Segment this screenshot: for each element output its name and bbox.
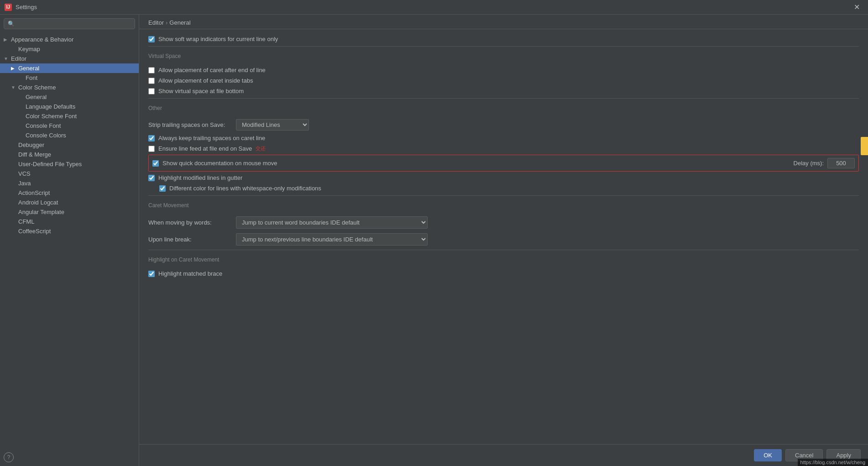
- divider-highlight-caret: [148, 250, 859, 250]
- sidebar-item-keymap[interactable]: Keymap: [0, 44, 139, 54]
- sidebar-item-label: Editor: [11, 55, 26, 62]
- upon-line-break-dropdown[interactable]: Jump to next/previous line boundaries ID…: [236, 233, 428, 246]
- sidebar-item-cs-font[interactable]: Color Scheme Font: [0, 111, 139, 121]
- sidebar-item-label: Color Scheme: [18, 84, 56, 91]
- sidebar-item-label: ActionScript: [18, 189, 50, 196]
- upon-line-break-label: Upon line break:: [148, 236, 230, 243]
- caret-inside-tabs-checkbox[interactable]: [148, 78, 155, 84]
- sidebar-item-label: General: [26, 94, 47, 100]
- when-moving-dropdown[interactable]: Jump to current word boundaries IDE defa…: [236, 216, 428, 229]
- window-title: Settings: [16, 4, 37, 10]
- highlight-matched-brace-row: Highlight matched brace: [148, 268, 859, 279]
- different-color-checkbox[interactable]: [159, 185, 166, 192]
- ensure-linefeed-annotation: 交还: [256, 145, 266, 152]
- sidebar-item-language-defaults[interactable]: Language Defaults: [0, 102, 139, 111]
- caret-after-eol-label: Allow placement of caret after end of li…: [158, 67, 266, 73]
- arrow-icon: ▼: [11, 85, 18, 90]
- sidebar-item-label: Language Defaults: [26, 103, 75, 110]
- quick-doc-checkbox[interactable]: [152, 160, 159, 167]
- breadcrumb-separator: ›: [166, 19, 167, 26]
- sidebar-tree: ▶ Appearance & Behavior Keymap ▼ Editor …: [0, 33, 139, 449]
- highlight-modified-row: Highlight modified lines in gutter: [148, 173, 859, 183]
- different-color-row: Different color for lines with whitespac…: [148, 183, 859, 194]
- sidebar-item-vcs[interactable]: VCS: [0, 169, 139, 178]
- always-keep-checkbox[interactable]: [148, 135, 155, 141]
- sidebar-item-console-colors[interactable]: Console Colors: [0, 131, 139, 140]
- sidebar-item-general[interactable]: ▶ General: [0, 63, 139, 73]
- quick-doc-label: Show quick documentation on mouse move: [162, 160, 277, 167]
- ok-button[interactable]: OK: [754, 449, 782, 461]
- sidebar-item-actionscript[interactable]: ActionScript: [0, 188, 139, 198]
- highlight-caret-section-title: Highlight on Caret Movement: [148, 257, 859, 265]
- sidebar-item-cs-general[interactable]: General: [0, 92, 139, 102]
- sidebar-item-label: Color Scheme Font: [26, 113, 77, 120]
- sidebar: ▶ Appearance & Behavior Keymap ▼ Editor …: [0, 15, 139, 466]
- caret-after-eol-checkbox[interactable]: [148, 67, 155, 73]
- soft-wrap-label: Show soft wrap indicators for current li…: [158, 36, 278, 42]
- sidebar-item-coffeescript[interactable]: CoffeeScript: [0, 226, 139, 236]
- virtual-space-bottom-row: Show virtual space at file bottom: [148, 86, 859, 96]
- sidebar-item-user-defined[interactable]: User-Defined File Types: [0, 159, 139, 169]
- ensure-linefeed-label: Ensure line feed at file end on Save: [158, 145, 252, 152]
- sidebar-item-label: Debugger: [18, 141, 44, 148]
- when-moving-row: When moving by words: Jump to current wo…: [148, 214, 859, 231]
- strip-trailing-row: Strip trailing spaces on Save: None All …: [148, 117, 859, 133]
- sidebar-item-java[interactable]: Java: [0, 178, 139, 188]
- delay-input[interactable]: [827, 158, 855, 168]
- right-panel-indicator: [861, 137, 868, 155]
- always-keep-row: Always keep trailing spaces on caret lin…: [148, 133, 859, 143]
- content-body: Show soft wrap indicators for current li…: [139, 29, 868, 444]
- sidebar-item-debugger[interactable]: Debugger: [0, 140, 139, 150]
- arrow-icon: ▼: [4, 56, 11, 61]
- divider-virtual-space: [148, 46, 859, 47]
- strip-trailing-label: Strip trailing spaces on Save:: [148, 121, 230, 128]
- when-moving-label: When moving by words:: [148, 219, 230, 226]
- caret-inside-tabs-row: Allow placement of caret inside tabs: [148, 75, 859, 86]
- sidebar-item-color-scheme[interactable]: ▼ Color Scheme: [0, 83, 139, 92]
- strip-trailing-dropdown[interactable]: None All Modified Lines: [236, 119, 309, 131]
- arrow-icon: ▶: [11, 66, 18, 71]
- sidebar-item-diff-merge[interactable]: Diff & Merge: [0, 150, 139, 159]
- virtual-space-section-title: Virtual Space: [148, 53, 859, 61]
- highlight-matched-brace-checkbox[interactable]: [148, 271, 155, 277]
- help-button[interactable]: ?: [4, 452, 14, 462]
- sidebar-item-appearance-behavior[interactable]: ▶ Appearance & Behavior: [0, 35, 139, 44]
- sidebar-item-label: General: [18, 65, 39, 72]
- sidebar-item-label: Console Colors: [26, 132, 66, 139]
- divider-other: [148, 98, 859, 99]
- highlight-modified-checkbox[interactable]: [148, 175, 155, 181]
- breadcrumb-current: General: [169, 19, 190, 26]
- sidebar-item-cfml[interactable]: CFML: [0, 217, 139, 226]
- close-button[interactable]: ✕: [850, 1, 863, 13]
- other-section-title: Other: [148, 105, 859, 113]
- search-input[interactable]: [4, 18, 135, 29]
- sidebar-item-label: Keymap: [18, 46, 40, 52]
- sidebar-item-label: User-Defined File Types: [18, 161, 82, 168]
- url-bar: https://blog.csdn.net/w/cheng: [798, 459, 868, 466]
- breadcrumb: Editor › General: [139, 15, 868, 29]
- virtual-space-bottom-checkbox[interactable]: [148, 88, 155, 94]
- content-area: Editor › General Show soft wrap indicato…: [139, 15, 868, 466]
- delay-label: Delay (ms):: [794, 160, 824, 167]
- sidebar-item-label: Android Logcat: [18, 199, 58, 206]
- sidebar-item-font[interactable]: Font: [0, 73, 139, 83]
- sidebar-item-label: VCS: [18, 170, 31, 177]
- sidebar-item-label: Font: [26, 74, 37, 81]
- quick-doc-row: Show quick documentation on mouse move D…: [148, 155, 859, 172]
- always-keep-label: Always keep trailing spaces on caret lin…: [158, 135, 265, 141]
- soft-wrap-checkbox[interactable]: [148, 36, 155, 42]
- main-container: ▶ Appearance & Behavior Keymap ▼ Editor …: [0, 15, 868, 466]
- sidebar-item-angular-template[interactable]: Angular Template: [0, 207, 139, 217]
- divider-caret: [148, 195, 859, 196]
- sidebar-item-label: Console Font: [26, 122, 61, 129]
- sidebar-item-label: CFML: [18, 218, 34, 225]
- ensure-linefeed-row: Ensure line feed at file end on Save 交还: [148, 143, 859, 154]
- sidebar-item-label: Appearance & Behavior: [11, 36, 73, 43]
- sidebar-item-console-font[interactable]: Console Font: [0, 121, 139, 131]
- sidebar-item-android-logcat[interactable]: Android Logcat: [0, 198, 139, 207]
- action-buttons: OK Cancel Apply: [139, 444, 868, 466]
- ensure-linefeed-checkbox[interactable]: [148, 146, 155, 152]
- sidebar-item-label: Angular Template: [18, 209, 64, 215]
- soft-wrap-row: Show soft wrap indicators for current li…: [148, 34, 859, 44]
- sidebar-item-editor[interactable]: ▼ Editor: [0, 54, 139, 63]
